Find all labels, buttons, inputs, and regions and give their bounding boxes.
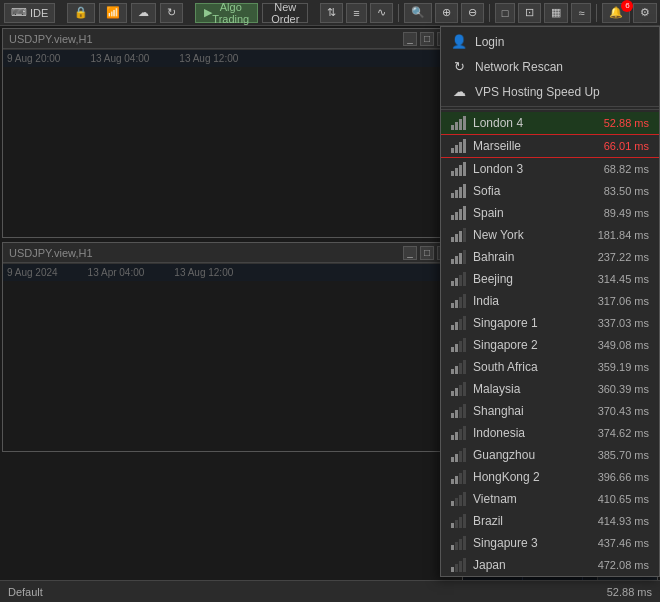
- server-item[interactable]: Shanghai 370.43 ms: [441, 400, 659, 422]
- server-item[interactable]: Singapore 2 349.08 ms: [441, 334, 659, 356]
- server-name: Beejing: [473, 272, 584, 286]
- server-ping: 314.45 ms: [584, 273, 649, 285]
- second-chart-window: USDJPY.view,H1 _ □ ✕: [2, 242, 458, 452]
- server-item[interactable]: South Africa 359.19 ms: [441, 356, 659, 378]
- wifi-button[interactable]: 📶: [99, 3, 127, 23]
- server-item[interactable]: Beejing 314.45 ms: [441, 268, 659, 290]
- second-chart-titlebar: USDJPY.view,H1 _ □ ✕: [3, 243, 457, 263]
- refresh-button[interactable]: ↻: [160, 3, 183, 23]
- refresh-icon: ↻: [167, 6, 176, 19]
- small-chart-maximize[interactable]: □: [420, 32, 434, 46]
- grid-button-2[interactable]: ⊡: [518, 3, 541, 23]
- vps-hosting-item[interactable]: ☁ VPS Hosting Speed Up: [441, 79, 659, 104]
- server-item[interactable]: London 3 68.82 ms: [441, 158, 659, 180]
- server-name: HongKong 2: [473, 470, 584, 484]
- server-ping: 83.50 ms: [584, 185, 649, 197]
- server-name: New York: [473, 228, 584, 242]
- server-ping: 359.19 ms: [584, 361, 649, 373]
- server-ping: 396.66 ms: [584, 471, 649, 483]
- signal-icon: [451, 404, 467, 418]
- settings-icon: ⚙: [640, 6, 650, 19]
- second-chart-maximize[interactable]: □: [420, 246, 434, 260]
- signal-icon: [451, 492, 467, 506]
- chart-type-button-2[interactable]: ≡: [346, 3, 366, 23]
- vps-hosting-label: VPS Hosting Speed Up: [475, 85, 600, 99]
- vps-login-item[interactable]: 👤 Login: [441, 29, 659, 54]
- small-chart-minimize[interactable]: _: [403, 32, 417, 46]
- second-time-axis: 9 Aug 2024 13 Apr 04:00 13 Aug 12:00: [3, 263, 457, 281]
- signal-icon: [451, 536, 467, 550]
- server-name: Vietnam: [473, 492, 584, 506]
- server-ping: 181.84 ms: [584, 229, 649, 241]
- vps-rescan-item[interactable]: ↻ Network Rescan: [441, 54, 659, 79]
- server-ping: 385.70 ms: [584, 449, 649, 461]
- cloud-button[interactable]: ☁: [131, 3, 156, 23]
- server-ping: 414.93 ms: [584, 515, 649, 527]
- vps-divider: [441, 109, 659, 110]
- server-item[interactable]: New York 181.84 ms: [441, 224, 659, 246]
- server-item[interactable]: Marseille 66.01 ms: [441, 135, 659, 158]
- server-item[interactable]: London 4 52.88 ms: [441, 112, 659, 135]
- signal-icon: [451, 426, 467, 440]
- new-order-button[interactable]: New Order: [262, 3, 308, 23]
- status-default-label: Default: [8, 586, 43, 598]
- second-chart-minimize[interactable]: _: [403, 246, 417, 260]
- server-item[interactable]: Indonesia 374.62 ms: [441, 422, 659, 444]
- algo-trading-button[interactable]: ▶ Algo Trading: [195, 3, 258, 23]
- rescan-icon: ↻: [451, 59, 467, 74]
- server-item[interactable]: Sofia 83.50 ms: [441, 180, 659, 202]
- grid-button-1[interactable]: □: [495, 3, 516, 23]
- vps-panel-header: 👤 Login ↻ Network Rescan ☁ VPS Hosting S…: [441, 27, 659, 107]
- server-item[interactable]: Brazil 414.93 ms: [441, 510, 659, 532]
- zoom-in-button[interactable]: 🔍: [404, 3, 432, 23]
- chart-type-button-3[interactable]: ∿: [370, 3, 393, 23]
- server-item[interactable]: Bahrain 237.22 ms: [441, 246, 659, 268]
- server-item[interactable]: Vietnam 410.65 ms: [441, 488, 659, 510]
- vps-server-list[interactable]: London 4 52.88 ms Marseille 66.01 ms Lon…: [441, 112, 659, 576]
- server-ping: 437.46 ms: [584, 537, 649, 549]
- server-ping: 237.22 ms: [584, 251, 649, 263]
- server-ping: 66.01 ms: [584, 140, 649, 152]
- small-chart-titlebar: USDJPY.view,H1 _ □ ✕: [3, 29, 457, 49]
- signal-icon: [451, 116, 467, 130]
- server-item[interactable]: Guangzhou 385.70 ms: [441, 444, 659, 466]
- ide-button[interactable]: ⌨ IDE: [4, 3, 55, 23]
- zoom-fit-button[interactable]: ⊖: [461, 3, 484, 23]
- signal-icon: [451, 316, 467, 330]
- server-item[interactable]: Spain 89.49 ms: [441, 202, 659, 224]
- server-ping: 370.43 ms: [584, 405, 649, 417]
- server-item[interactable]: Malaysia 360.39 ms: [441, 378, 659, 400]
- server-name: Marseille: [473, 139, 584, 153]
- wifi-icon: 📶: [106, 6, 120, 19]
- status-bar: Default 52.88 ms: [0, 580, 660, 602]
- settings-button[interactable]: ⚙: [633, 3, 657, 23]
- server-name: London 4: [473, 116, 584, 130]
- lock-button[interactable]: 🔒: [67, 3, 95, 23]
- server-item[interactable]: HongKong 2 396.66 ms: [441, 466, 659, 488]
- lock-icon: 🔒: [74, 6, 88, 19]
- cloud-icon: ☁: [138, 6, 149, 19]
- charts-area: USDJPY.view,H1 _ □ ✕: [0, 26, 460, 602]
- oscillator-button[interactable]: ≈: [571, 3, 591, 23]
- signal-icon: [451, 294, 467, 308]
- signal-icon: [451, 470, 467, 484]
- signal-icon: [451, 558, 467, 572]
- server-item[interactable]: India 317.06 ms: [441, 290, 659, 312]
- signal-icon: [451, 250, 467, 264]
- status-ping: 52.88 ms: [607, 586, 652, 598]
- chart-type-button-1[interactable]: ⇅: [320, 3, 343, 23]
- zoom-out-button[interactable]: ⊕: [435, 3, 458, 23]
- indicators-button[interactable]: ▦: [544, 3, 568, 23]
- toolbar-separator-4: [398, 4, 399, 22]
- signal-icon: [451, 338, 467, 352]
- server-item[interactable]: Singapure 3 437.46 ms: [441, 532, 659, 554]
- server-name: Guangzhou: [473, 448, 584, 462]
- server-name: Singapure 3: [473, 536, 584, 550]
- server-item[interactable]: Singapore 1 337.03 ms: [441, 312, 659, 334]
- notification-button[interactable]: 🔔 6: [602, 3, 630, 23]
- second-chart-title: USDJPY.view,H1: [9, 247, 93, 259]
- server-name: London 3: [473, 162, 584, 176]
- server-name: Indonesia: [473, 426, 584, 440]
- server-item[interactable]: Japan 472.08 ms: [441, 554, 659, 576]
- toolbar-right: ⇅ ≡ ∿ 🔍 ⊕ ⊖ □ ⊡ ▦ ≈ 🔔 6 ⚙: [320, 3, 660, 23]
